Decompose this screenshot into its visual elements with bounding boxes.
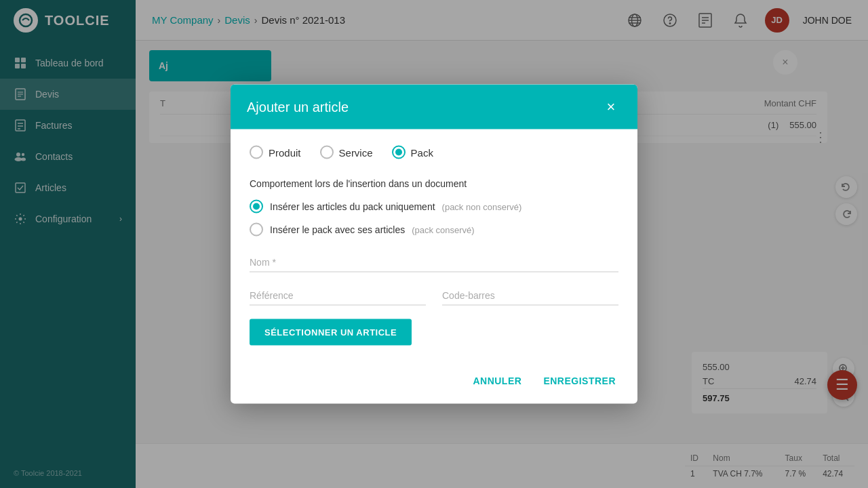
modal-header: Ajouter un article × <box>231 85 637 129</box>
radio-pack-label: Pack <box>411 146 433 158</box>
behavior-option-1[interactable]: Insérer les articles du pack uniquement … <box>250 200 618 214</box>
ref-barcode-row <box>250 286 618 319</box>
modal-title: Ajouter un article <box>247 99 349 115</box>
behavior-option-2[interactable]: Insérer le pack avec ses articles (pack … <box>250 223 618 237</box>
behavior-sublabel-2: (pack conservé) <box>412 224 474 235</box>
select-article-button[interactable]: SÉLECTIONNER UN ARTICLE <box>250 319 412 346</box>
save-button[interactable]: ENREGISTRER <box>540 370 618 392</box>
nom-input[interactable] <box>250 253 618 272</box>
article-type-group: Produit Service Pack <box>250 146 618 159</box>
radio-produit-label: Produit <box>269 146 301 158</box>
reference-input[interactable] <box>250 286 426 306</box>
radio-produit[interactable]: Produit <box>250 146 301 159</box>
behavior-radio-1-outer <box>250 200 263 214</box>
behavior-radio-1-inner <box>253 203 260 210</box>
modal-close-button[interactable]: × <box>601 97 621 117</box>
radio-pack-outer <box>392 146 406 159</box>
nom-field <box>250 253 618 272</box>
radio-pack-inner <box>395 149 402 156</box>
modal-footer: ANNULER ENREGISTRER <box>231 362 637 404</box>
radio-service-label: Service <box>339 146 373 158</box>
radio-service[interactable]: Service <box>320 146 373 159</box>
behavior-label-2: Insérer le pack avec ses articles <box>270 224 405 235</box>
add-article-modal: Ajouter un article × Produit Service Pac… <box>231 85 637 404</box>
behavior-sublabel-1: (pack non conservé) <box>442 201 522 211</box>
modal-body: Produit Service Pack Comportement lors d… <box>231 129 637 362</box>
behavior-section: Comportement lors de l'insertion dans un… <box>250 178 618 237</box>
radio-service-outer <box>320 146 334 159</box>
cancel-button[interactable]: ANNULER <box>470 370 524 392</box>
codebarres-input[interactable] <box>442 286 618 306</box>
behavior-title: Comportement lors de l'insertion dans un… <box>250 178 618 189</box>
codebarres-field <box>442 286 618 306</box>
behavior-label-1: Insérer les articles du pack uniquement <box>270 201 435 212</box>
reference-field <box>250 286 426 306</box>
radio-produit-outer <box>250 146 263 159</box>
behavior-radio-2-outer <box>250 223 263 237</box>
radio-pack[interactable]: Pack <box>392 146 433 159</box>
